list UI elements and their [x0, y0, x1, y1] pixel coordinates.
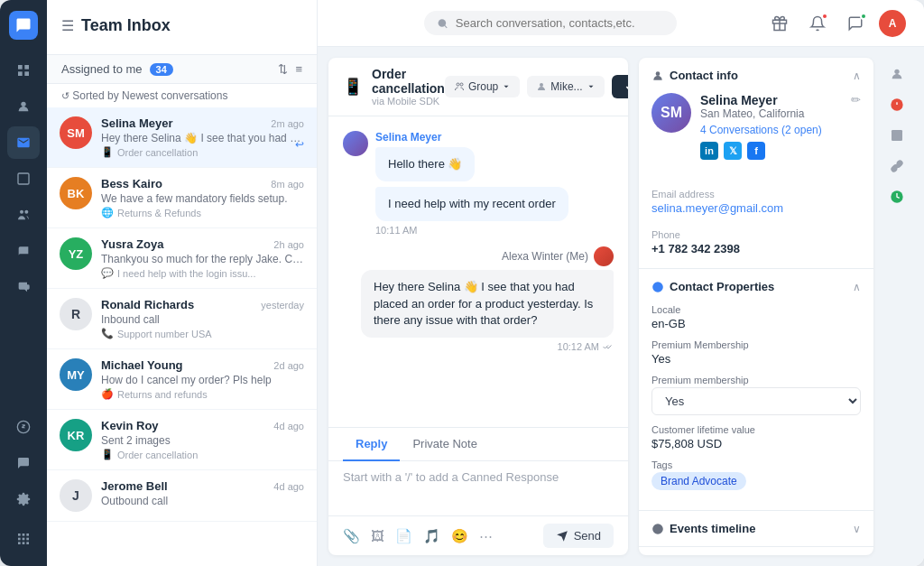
- lifetime-value: $75,808 USD: [651, 437, 861, 450]
- list-item[interactable]: KR Kevin Roy 4d ago Sent 2 images 📱 Orde…: [47, 410, 317, 470]
- send-button[interactable]: Send: [543, 524, 614, 548]
- chevron-down-icon[interactable]: ∨: [853, 523, 861, 535]
- svg-rect-1: [24, 65, 29, 70]
- sort-icon[interactable]: [245, 13, 270, 38]
- edit-icon[interactable]: ✏: [851, 93, 861, 107]
- chevron-up-icon-props[interactable]: ∧: [853, 281, 861, 293]
- reply-tools: 📎 🖼 📄 🎵 😊 ⋯: [343, 528, 493, 544]
- nav-apps[interactable]: [7, 523, 40, 555]
- resolve-button[interactable]: [612, 75, 628, 98]
- reply-toolbar: 📎 🖼 📄 🎵 😊 ⋯ Send: [328, 515, 628, 555]
- contact-conversations[interactable]: 4 Conversations (2 open): [700, 124, 822, 136]
- nav-inbox[interactable]: [7, 126, 40, 159]
- notification-dot: [821, 13, 828, 20]
- message-bubble: Hello there 👋: [375, 147, 475, 181]
- nav-book[interactable]: [7, 235, 40, 267]
- email-value[interactable]: selina.meyer@gmail.com: [651, 201, 861, 215]
- sender-avatar: [343, 131, 368, 156]
- contact-properties-header[interactable]: Contact Properties ∧: [639, 269, 873, 304]
- side-icon-link[interactable]: [884, 153, 910, 179]
- side-icon-info[interactable]: [884, 92, 910, 117]
- nav-dashboard[interactable]: [7, 54, 40, 87]
- avatar: KR: [60, 419, 92, 451]
- linkedin-icon[interactable]: in: [700, 142, 718, 160]
- reply-input[interactable]: Start with a '/' to add a Canned Respons…: [328, 461, 628, 515]
- lifetime-label: Customer lifetime value: [651, 424, 861, 435]
- premium-select[interactable]: Yes No: [651, 387, 861, 415]
- agent-dropdown[interactable]: Mike...: [527, 76, 604, 97]
- nav-campaigns[interactable]: [7, 271, 40, 303]
- chat-icon-btn[interactable]: [841, 9, 870, 38]
- search-input[interactable]: [456, 16, 664, 30]
- sort-toggle[interactable]: ⇅: [278, 62, 288, 76]
- search-bar[interactable]: [424, 11, 677, 35]
- message-bubble: Hey there Selina 👋 I see that you had pl…: [361, 270, 614, 338]
- side-icon-image[interactable]: [884, 123, 910, 148]
- nav-reports[interactable]: [7, 162, 40, 195]
- twitter-icon[interactable]: 𝕏: [724, 142, 742, 160]
- outgoing-avatar: [594, 246, 614, 266]
- bell-icon-btn[interactable]: [803, 9, 832, 38]
- side-icon-person[interactable]: [884, 61, 910, 87]
- image-icon[interactable]: 🖼: [371, 528, 384, 544]
- premium-value: Yes: [651, 352, 861, 366]
- tag-chip[interactable]: Brand Advocate: [651, 472, 746, 490]
- nav-chat[interactable]: [7, 447, 40, 479]
- article-icon[interactable]: 📄: [395, 528, 412, 544]
- user-avatar[interactable]: A: [879, 10, 906, 37]
- tab-private-note[interactable]: Private Note: [400, 428, 490, 461]
- premium-select-row: Premium membership Yes No: [651, 375, 861, 415]
- mobile-sdk-icon: 📱: [343, 77, 363, 97]
- message-group-incoming: Selina Meyer Hello there 👋 I need help w…: [343, 131, 614, 236]
- gift-icon-btn[interactable]: [765, 9, 794, 38]
- layout-toggle[interactable]: ≡: [295, 62, 302, 76]
- filter-label[interactable]: Assigned to me: [61, 62, 143, 76]
- contact-name: Selina Meyer: [700, 93, 822, 107]
- list-item[interactable]: R Ronald Richards yesterday Inbound call…: [47, 289, 317, 349]
- svg-point-33: [894, 70, 899, 74]
- nav-contacts[interactable]: [7, 90, 40, 123]
- tab-reply[interactable]: Reply: [343, 428, 400, 461]
- locale-value: en-GB: [651, 317, 861, 330]
- chevron-up-icon[interactable]: ∧: [853, 70, 861, 82]
- emoji-icon[interactable]: 😊: [451, 528, 468, 544]
- reply-placeholder: Start with a '/' to add a Canned Respons…: [343, 470, 559, 484]
- list-item[interactable]: SM Selina Meyer 2m ago Hey there Selina …: [47, 107, 317, 168]
- side-icon-alert[interactable]: [884, 184, 910, 209]
- filter-row: Assigned to me 34 ⇅ ≡: [47, 55, 317, 84]
- contact-location: San Mateo, California: [700, 107, 822, 120]
- contact-avatar: SM: [651, 93, 691, 133]
- filter-icon[interactable]: [277, 13, 302, 38]
- properties-title: Contact Properties: [670, 280, 774, 293]
- nav-dollar[interactable]: [7, 411, 40, 443]
- more-icon[interactable]: ⋯: [479, 528, 493, 544]
- conv-panel-header: ☰ Team Inbox: [47, 0, 317, 55]
- contact-info-header[interactable]: Contact info ∧: [639, 58, 873, 93]
- hamburger-icon[interactable]: ☰: [61, 17, 74, 34]
- list-item[interactable]: MY Michael Young 2d ago How do I cancel …: [47, 349, 317, 410]
- list-item[interactable]: J Jerome Bell 4d ago Outbound call: [47, 470, 317, 522]
- outgoing-sender-name: Alexa Winter (Me): [502, 250, 588, 263]
- reply-tabs: Reply Private Note: [328, 428, 628, 461]
- premium-row: Premium Membership Yes: [651, 339, 861, 366]
- audio-icon[interactable]: 🎵: [423, 528, 440, 544]
- side-icon-filter[interactable]: [884, 215, 910, 240]
- conversation-panel: ☰ Team Inbox Assigned to me 34: [47, 0, 318, 566]
- contact-section-title: Contact info: [670, 69, 738, 82]
- search-icon: [437, 17, 448, 30]
- list-item[interactable]: BK Bess Kairo 8m ago We have a few manda…: [47, 168, 317, 228]
- chat-header: 📱 Order cancellation via Mobile SDK Grou…: [328, 58, 628, 116]
- nav-users[interactable]: [7, 199, 40, 231]
- facebook-icon[interactable]: f: [747, 142, 765, 160]
- list-item[interactable]: YZ Yusra Zoya 2h ago Thankyou so much fo…: [47, 228, 317, 289]
- contact-info-body: SM Selina Meyer San Mateo, California 4 …: [639, 93, 873, 181]
- top-header: A: [318, 0, 924, 47]
- group-dropdown[interactable]: Group: [445, 76, 520, 97]
- events-header[interactable]: Events timeline ∨: [639, 511, 873, 546]
- app-logo[interactable]: [9, 11, 38, 40]
- chat-subtitle: via Mobile SDK: [372, 96, 445, 107]
- attach-icon[interactable]: 📎: [343, 528, 360, 544]
- tags-row: Tags Brand Advocate: [651, 459, 861, 490]
- svg-rect-17: [23, 542, 25, 544]
- nav-settings[interactable]: [7, 483, 40, 515]
